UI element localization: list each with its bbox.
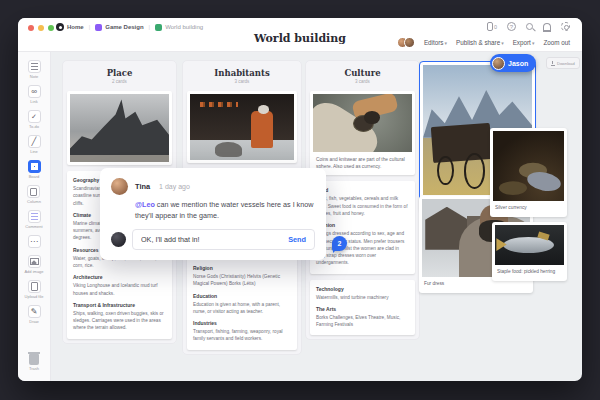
board-icon xyxy=(155,24,162,31)
avatar-tina[interactable] xyxy=(111,178,128,195)
section-heading: Transport & Infrastructure xyxy=(73,302,166,308)
column-card-count: 3 cards xyxy=(187,79,297,84)
tool-link[interactable]: ∞Link xyxy=(28,85,41,104)
device-indicator[interactable]: 0 xyxy=(487,22,497,31)
titlebar-icons: 0 ? xyxy=(487,22,570,31)
image-card-pickled-herring[interactable]: Staple food: pickled herring xyxy=(492,222,567,281)
breadcrumb-home[interactable]: Home xyxy=(56,23,84,31)
tool-board[interactable]: Board xyxy=(28,160,41,179)
section-body: Meat, fish, vegetables, cereals and milk… xyxy=(316,195,409,217)
image-caption: Coins and knitwear are part of the cultu… xyxy=(313,152,412,172)
image-caption: Silver currency xyxy=(493,201,564,214)
column-header[interactable]: Place 2 cards xyxy=(67,65,172,85)
reply-input-wrap: Send xyxy=(132,229,315,250)
titlebar-actions: Editors▾ Publish & share▾ Export▾ Zoom o… xyxy=(397,37,570,48)
tool-column[interactable]: Column xyxy=(27,185,41,204)
breadcrumb-home-label: Home xyxy=(67,24,84,30)
mention-link[interactable]: @Leo xyxy=(135,200,155,209)
todo-icon: ✓ xyxy=(28,110,41,123)
section-body: Norse Gods (Christianity) Helvits (Genet… xyxy=(193,273,291,288)
board-icon xyxy=(28,160,41,173)
section-body: Vikings dressed according to sex, age an… xyxy=(316,230,409,266)
breadcrumb-world-building[interactable]: World building xyxy=(155,24,203,31)
comment-author: Tina xyxy=(135,182,150,191)
collaborator-cursor-jason: Jason xyxy=(490,54,536,72)
note-icon xyxy=(28,60,41,73)
tool-todo[interactable]: ✓To-do xyxy=(28,110,41,129)
image-card-shipwreck[interactable] xyxy=(67,91,172,165)
trash-icon xyxy=(29,354,39,365)
text-card-culture-2[interactable]: TechnologyWatermills, wind turbine machi… xyxy=(310,280,415,336)
section-heading: Fashion xyxy=(316,222,409,228)
section-heading: Education xyxy=(193,293,291,299)
publish-share-menu[interactable]: Publish & share▾ xyxy=(456,39,504,46)
image-card-silver-currency[interactable]: Silver currency xyxy=(490,128,567,217)
column-card-count: 3 cards xyxy=(310,79,415,84)
avatar xyxy=(404,37,415,48)
titlebar: Home | Game Design | World building 0 ? … xyxy=(18,18,582,52)
chevron-down-icon: ▾ xyxy=(501,40,504,46)
editor-avatars[interactable] xyxy=(397,37,415,48)
file-icon xyxy=(28,280,41,293)
download-icon xyxy=(551,61,555,66)
avatar-leo[interactable] xyxy=(111,232,126,247)
breadcrumb-game-design[interactable]: Game Design xyxy=(95,24,143,31)
help-icon[interactable]: ? xyxy=(507,22,516,31)
section-heading: The Arts xyxy=(316,306,409,312)
section-body: Transport, fishing, farming, weaponry, r… xyxy=(193,328,291,343)
villager-photo xyxy=(190,94,294,160)
zoom-out-button[interactable]: Zoom out xyxy=(543,39,570,46)
tool-upload-file[interactable]: Upload file xyxy=(25,280,44,299)
board-icon xyxy=(95,24,102,31)
send-button[interactable]: Send xyxy=(288,235,306,244)
section-body: Education is given at home, with a paren… xyxy=(193,301,291,316)
milanote-logo-icon xyxy=(56,23,64,31)
editors-menu[interactable]: Editors▾ xyxy=(424,39,447,46)
settings-icon[interactable] xyxy=(561,22,570,31)
close-window-button[interactable] xyxy=(28,25,34,31)
pencil-icon: ✎ xyxy=(28,305,41,318)
search-icon[interactable] xyxy=(526,23,533,30)
download-button[interactable]: Download xyxy=(546,57,580,69)
mobile-device-icon xyxy=(487,22,493,31)
trash-dropzone[interactable]: Trash xyxy=(18,354,50,371)
image-caption: Staple food: pickled herring xyxy=(495,265,564,278)
section-heading: Religion xyxy=(193,265,291,271)
tool-draw[interactable]: ✎Draw xyxy=(28,305,41,324)
coins-photo xyxy=(493,131,564,201)
tool-line[interactable]: ╱Line xyxy=(28,135,41,154)
column-header[interactable]: Culture 3 cards xyxy=(310,65,415,85)
link-icon: ∞ xyxy=(28,85,41,98)
section-body: Borks Challenges, Elves Theatre, Music, … xyxy=(316,314,409,329)
comment-pin[interactable]: 2 xyxy=(332,236,347,251)
reply-input[interactable] xyxy=(141,235,288,244)
column-header[interactable]: Inhabitants 3 cards xyxy=(187,65,297,85)
comment-icon xyxy=(28,210,41,223)
comment-popup: Tina 1 day ago @Leo can we mention the w… xyxy=(100,168,326,260)
section-heading: Architecture xyxy=(73,274,166,280)
chevron-down-icon: ▾ xyxy=(532,40,535,46)
tool-more[interactable]: ⋯ xyxy=(28,235,41,249)
section-body: Viking Longhouse and Icelandic mud turf … xyxy=(73,282,166,297)
image-card-glove-coins[interactable]: Coins and knitwear are part of the cultu… xyxy=(310,91,415,175)
breadcrumb-divider: | xyxy=(149,24,151,30)
minimize-window-button[interactable] xyxy=(38,25,44,31)
collaborator-name: Jason xyxy=(508,60,528,67)
column-title: Inhabitants xyxy=(187,68,297,78)
maximize-window-button[interactable] xyxy=(48,25,54,31)
tool-note[interactable]: Note xyxy=(28,60,41,79)
toolbar-sidebar: Note ∞Link ✓To-do ╱Line Board Column Com… xyxy=(18,52,51,381)
comment-message: @Leo can we mention the water vessels he… xyxy=(135,200,315,222)
comment-count-badge: 2 xyxy=(338,240,342,247)
device-count: 0 xyxy=(494,24,497,30)
glove-coins-photo xyxy=(313,94,412,152)
notifications-icon[interactable] xyxy=(543,23,551,30)
tool-add-image[interactable]: Add image xyxy=(24,255,43,274)
section-body: Watermills, wind turbine machinery xyxy=(316,294,409,301)
window-controls xyxy=(28,25,54,31)
breadcrumb: Home | Game Design | World building xyxy=(56,23,203,31)
image-card-inhabitants[interactable] xyxy=(187,91,297,163)
comment-timestamp: 1 day ago xyxy=(159,183,190,190)
export-menu[interactable]: Export▾ xyxy=(513,39,535,46)
tool-comment[interactable]: Comment xyxy=(25,210,42,229)
